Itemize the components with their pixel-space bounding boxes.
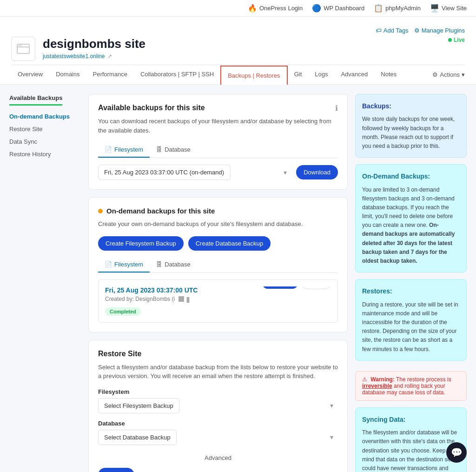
restore-site-panel: Restore Site Select a filesystem and/or … bbox=[88, 340, 348, 472]
sidebar-item-restore-history[interactable]: Restore History bbox=[9, 148, 88, 160]
backup-item-meta: Created by: DesignBombs (i ▮ bbox=[105, 295, 198, 304]
site-url-link[interactable]: justatestswebsite1.online bbox=[43, 53, 105, 60]
svg-point-2 bbox=[19, 45, 20, 47]
tab-performance[interactable]: Performance bbox=[86, 65, 133, 84]
site-info: designbombs site justatestswebsite1.onli… bbox=[43, 37, 145, 60]
tag-icon: 🏷 bbox=[376, 27, 382, 34]
available-backups-title: Available backups for this site bbox=[98, 104, 338, 112]
filesystem-tab-label: Filesystem bbox=[114, 146, 143, 153]
info-box-backups: Backups: We store daily backups for one … bbox=[355, 94, 467, 158]
backup-icon1 bbox=[178, 296, 184, 302]
create-database-backup-btn[interactable]: Create Database Backup bbox=[188, 236, 271, 251]
tab-overview[interactable]: Overview bbox=[11, 65, 49, 84]
backup-date-select[interactable]: Fri, 25 Aug 2023 03:37:00 UTC (on-demand… bbox=[98, 165, 231, 180]
wp-dashboard-link[interactable]: 🔵 WP Dashboard bbox=[312, 4, 364, 13]
on-demand-db-label: Database bbox=[165, 261, 191, 268]
orange-dot bbox=[98, 209, 103, 213]
external-link-icon[interactable]: ↗ bbox=[107, 53, 112, 60]
info-on-demand-text: You are limited to 3 on-demand filesyste… bbox=[362, 186, 460, 266]
filesystem-field-group: Filesystem Select Filesystem Backup bbox=[98, 388, 338, 413]
backup-details-btn[interactable]: Details bbox=[302, 286, 331, 289]
backup-item: Fri, 25 Aug 2023 03:37:00 UTC Created by… bbox=[98, 279, 338, 323]
top-bar: 🔥 OnePress Login 🔵 WP Dashboard 📋 phpMyA… bbox=[0, 0, 476, 17]
gear-icon: ⚙ bbox=[432, 71, 438, 78]
sidebar-item-restore-site[interactable]: Restore Site bbox=[9, 123, 88, 135]
info-restores-text: During a restore, your site will be set … bbox=[362, 300, 460, 354]
wp-icon: 🔵 bbox=[312, 4, 321, 13]
info-syncing-text: The filesystem and/or database will be o… bbox=[362, 428, 460, 472]
tab-notes[interactable]: Notes bbox=[374, 65, 403, 84]
db-icon2: 🗄 bbox=[156, 261, 162, 268]
view-site-label: View Site bbox=[442, 5, 467, 12]
add-tags-link[interactable]: 🏷 Add Tags bbox=[376, 27, 409, 34]
inner-tab-database[interactable]: 🗄 Database bbox=[150, 142, 197, 158]
tab-domains[interactable]: Domains bbox=[49, 65, 86, 84]
info-box-syncing: Syncing Data: The filesystem and/or data… bbox=[355, 407, 467, 472]
on-demand-title: On-demand backups for this site bbox=[106, 207, 215, 215]
sidebar: Available Backups On-demand Backups Rest… bbox=[9, 94, 88, 472]
available-backups-panel: ℹ Available backups for this site You ca… bbox=[88, 94, 348, 190]
content-area: ℹ Available backups for this site You ca… bbox=[88, 94, 348, 472]
chat-icon: 💬 bbox=[451, 447, 463, 458]
tab-collaborators[interactable]: Collaborators | SFTP | SSH bbox=[134, 65, 220, 84]
live-label: Live bbox=[454, 37, 465, 43]
backup-select-row: Fri, 25 Aug 2023 03:37:00 UTC (on-demand… bbox=[98, 165, 338, 180]
tab-git[interactable]: Git bbox=[288, 65, 309, 84]
create-filesystem-backup-btn[interactable]: Create Filesystem Backup bbox=[98, 236, 184, 251]
filesystem-field-label: Filesystem bbox=[98, 388, 338, 395]
backup-created-by: Created by: DesignBombs (i bbox=[105, 296, 175, 302]
irreversible-text: irreversible bbox=[362, 383, 392, 389]
info-backups-title: Backups: bbox=[362, 101, 460, 111]
header-actions: 🏷 Add Tags ⚙ Manage Plugins bbox=[11, 24, 465, 37]
database-backup-select[interactable]: Select Database Backup bbox=[98, 430, 177, 445]
download-button[interactable]: Download bbox=[296, 165, 338, 179]
tab-logs[interactable]: Logs bbox=[308, 65, 334, 84]
chevron-down-icon: ▾ bbox=[462, 71, 465, 78]
site-logo bbox=[11, 37, 35, 61]
on-demand-btn-row: Create Filesystem Backup Create Database… bbox=[98, 236, 338, 251]
database-field-group: Database Select Database Backup bbox=[98, 420, 338, 445]
backup-inner-tabs: 📄 Filesystem 🗄 Database bbox=[98, 142, 338, 158]
filesystem-icon: 📄 bbox=[105, 146, 112, 153]
view-site-link[interactable]: 🖥️ View Site bbox=[430, 4, 467, 13]
restore-button[interactable]: Restore bbox=[98, 468, 134, 472]
chat-button[interactable]: 💬 bbox=[446, 442, 467, 463]
filesystem-backup-select[interactable]: Select Filesystem Backup bbox=[98, 398, 179, 413]
wp-label: WP Dashboard bbox=[324, 5, 364, 12]
sidebar-item-on-demand-backups[interactable]: On-demand Backups bbox=[9, 110, 88, 123]
info-on-demand-title: On-Demand Backups: bbox=[362, 171, 460, 181]
onepress-label: OnePress Login bbox=[259, 5, 303, 12]
live-dot bbox=[448, 38, 452, 42]
warning-box: ⚠ Warning: The restore process is irreve… bbox=[355, 371, 467, 401]
on-demand-inner-tabs: 📄 Filesystem 🗄 Database bbox=[98, 257, 338, 273]
add-tags-label: Add Tags bbox=[383, 27, 409, 34]
manage-plugins-label: Manage Plugins bbox=[422, 27, 465, 34]
sidebar-title: Available Backups bbox=[9, 94, 62, 106]
svg-point-3 bbox=[20, 45, 22, 47]
main-content: Available Backups On-demand Backups Rest… bbox=[0, 85, 476, 472]
db-icon: 📋 bbox=[374, 4, 383, 13]
warning-text: Warning: The restore process is irrevers… bbox=[362, 376, 451, 396]
onepress-login-link[interactable]: 🔥 OnePress Login bbox=[248, 4, 303, 13]
filesystem-select-wrapper: Select Filesystem Backup bbox=[98, 398, 338, 413]
on-demand-tab-database[interactable]: 🗄 Database bbox=[150, 257, 197, 273]
available-backups-desc: You can download recent backups of your … bbox=[98, 117, 338, 135]
phpmyadmin-link[interactable]: 📋 phpMyAdmin bbox=[374, 4, 421, 13]
backup-meta-icons: ▮ bbox=[178, 295, 190, 304]
inner-tab-filesystem[interactable]: 📄 Filesystem bbox=[98, 142, 150, 158]
info-icon[interactable]: ℹ bbox=[335, 104, 338, 113]
sidebar-item-data-sync[interactable]: Data Sync bbox=[9, 135, 88, 148]
actions-dropdown[interactable]: ⚙ Actions ▾ bbox=[432, 67, 465, 82]
advanced-link[interactable]: Advanced bbox=[98, 452, 338, 464]
on-demand-tab-filesystem[interactable]: 📄 Filesystem bbox=[98, 257, 150, 273]
live-badge: Live bbox=[448, 37, 465, 43]
manage-plugins-link[interactable]: ⚙ Manage Plugins bbox=[414, 27, 465, 34]
monitor-icon: 🖥️ bbox=[430, 4, 439, 13]
site-url-row: justatestswebsite1.online ↗ bbox=[43, 53, 145, 60]
nav-tabs: Overview Domains Performance Collaborato… bbox=[11, 65, 465, 84]
restore-site-desc: Select a filesystem and/or database back… bbox=[98, 363, 338, 381]
backup-download-btn[interactable]: Download bbox=[262, 286, 298, 289]
tab-backups[interactable]: Backups | Restores bbox=[220, 66, 287, 85]
tab-advanced[interactable]: Advanced bbox=[334, 65, 374, 84]
database-tab-label: Database bbox=[165, 146, 191, 153]
